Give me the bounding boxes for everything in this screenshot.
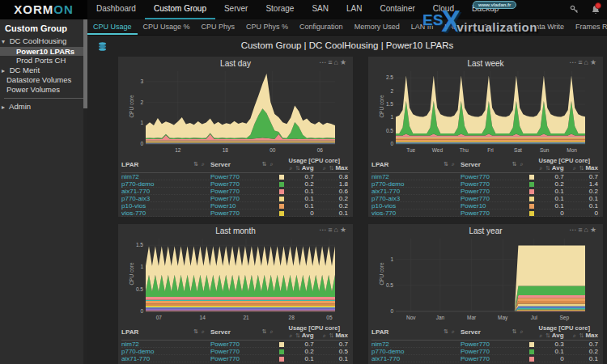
lpar-link[interactable]: vios-770 <box>371 210 396 217</box>
chevron-right-icon[interactable]: ▸ <box>2 103 7 112</box>
sub-nav-item-lan-in[interactable]: LAN In <box>405 19 439 35</box>
lpar-link[interactable]: p10-vios <box>371 202 396 210</box>
server-link[interactable]: Power770 <box>210 341 240 348</box>
column-header-max[interactable]: ⌕ ⇅ Max <box>316 164 350 171</box>
column-header-max[interactable]: ⌕ ⇅ Max <box>566 332 600 339</box>
server-link[interactable]: Power10 <box>461 202 486 210</box>
sort-icon[interactable]: ⇅ <box>512 161 518 167</box>
column-header-lpar[interactable]: LPAR⇅ ⌕ <box>371 157 461 171</box>
lpar-link[interactable]: p770-demo <box>371 180 404 188</box>
server-link[interactable]: Power770 <box>210 173 240 180</box>
sub-nav-item-data-write[interactable]: Data Write <box>524 19 570 35</box>
sub-nav-item-data-read[interactable]: Data Read <box>478 19 524 35</box>
column-header-server[interactable]: Server⇅ ⌕ <box>210 324 279 339</box>
search-icon[interactable]: ⌕ <box>518 161 524 167</box>
search-icon[interactable]: ⌕ <box>449 161 456 167</box>
sub-nav-item-cpu-usage[interactable]: CPU Usage <box>87 19 138 35</box>
column-header-avg[interactable]: ⌕ ⇅ Avg <box>279 332 316 339</box>
lpar-link[interactable]: aix71-770 <box>371 188 400 195</box>
search-icon[interactable]: ⌕ <box>449 328 456 334</box>
stacked-area-chart[interactable]: 00.51NovJanMarMayJulSep <box>378 237 590 321</box>
top-nav-item-lan[interactable]: LAN <box>337 0 371 19</box>
sidebar-item-datastore-volumes[interactable]: Datastore Volumes <box>0 75 87 85</box>
server-link[interactable]: Power770 <box>210 195 240 202</box>
column-header-avg[interactable]: ⌕ ⇅ Avg <box>529 332 566 339</box>
sub-nav-item-memory-used[interactable]: Memory Used <box>349 19 405 35</box>
key-icon[interactable] <box>570 5 579 14</box>
sub-nav-item-configuration[interactable]: Configuration <box>294 19 349 35</box>
top-nav-item-server[interactable]: Server <box>215 0 257 19</box>
panel-home-icon[interactable]: ⌂ <box>584 58 589 66</box>
top-nav-item-storage[interactable]: Storage <box>257 0 303 19</box>
sort-icon[interactable]: ⇅ <box>262 328 268 334</box>
lpar-link[interactable]: aix71-770 <box>371 355 400 362</box>
server-link[interactable]: Power770 <box>461 180 490 188</box>
server-link[interactable]: Power770 <box>210 348 240 355</box>
panel-menu-icon[interactable]: ⋯ <box>319 226 328 234</box>
column-header-max[interactable]: ⌕ ⇅ Max <box>566 164 600 171</box>
column-header-server[interactable]: Server⇅ ⌕ <box>461 324 529 339</box>
stacked-area-chart[interactable]: 012312180006 <box>128 70 340 154</box>
lpar-link[interactable]: nim72 <box>121 173 139 180</box>
sub-nav-item-cpu-phys[interactable]: CPU Phys % <box>240 19 294 35</box>
server-link[interactable]: Power770 <box>461 188 490 195</box>
server-link[interactable]: Power770 <box>461 195 490 202</box>
lpar-link[interactable]: aix71-770 <box>121 355 150 362</box>
server-link[interactable]: Power770 <box>461 173 490 180</box>
panel-home-icon[interactable]: ⌂ <box>333 226 339 234</box>
sort-icon[interactable]: ⇅ <box>262 161 268 167</box>
chevron-right-icon[interactable]: ▸ <box>2 66 7 76</box>
top-nav-item-container[interactable]: Container <box>371 0 423 19</box>
lpar-link[interactable]: aix71-770 <box>121 188 150 195</box>
server-link[interactable]: Power770 <box>461 210 490 217</box>
sidebar-item-admin[interactable]: ▸ Admin <box>0 102 87 112</box>
sidebar-item-power10-lpars[interactable]: Power10 LPARs <box>0 47 87 57</box>
top-nav-item-dashboard[interactable]: Dashboard <box>87 0 145 19</box>
panel-home-icon[interactable]: ⌂ <box>584 226 589 234</box>
top-nav-item-san[interactable]: SAN <box>303 0 337 19</box>
search-icon[interactable]: ⌕ <box>199 161 206 167</box>
server-link[interactable]: Power770 <box>210 210 240 217</box>
sub-nav-item-lan-out[interactable]: LAN Out <box>439 19 478 35</box>
lpar-link[interactable]: nim72 <box>371 173 389 180</box>
lpar-link[interactable]: p10-vios <box>121 202 146 210</box>
top-nav-item-backup[interactable]: Backup <box>463 0 507 19</box>
sub-nav-item-frames-read[interactable]: Frames Read <box>570 19 607 35</box>
column-header-avg[interactable]: ⌕ ⇅ Avg <box>279 164 316 171</box>
chevron-down-icon[interactable]: ▾ <box>2 37 7 47</box>
lpar-link[interactable]: p770-aix3 <box>371 195 400 202</box>
panel-menu-icon[interactable]: ⋯ <box>569 58 578 66</box>
lpar-link[interactable]: p770-demo <box>371 348 404 355</box>
sidebar-item-dc-coolhousing[interactable]: ▾ DC CoolHousing <box>0 36 87 47</box>
lpar-link[interactable]: p770-demo <box>121 348 154 355</box>
lpar-link[interactable]: p770-aix3 <box>121 195 150 202</box>
column-header-server[interactable]: Server⇅ ⌕ <box>210 157 279 171</box>
server-link[interactable]: Power770 <box>210 180 240 188</box>
server-link[interactable]: Power770 <box>210 188 240 195</box>
column-header-server[interactable]: Server⇅ ⌕ <box>461 157 529 171</box>
lpar-link[interactable]: vios-770 <box>121 210 146 217</box>
search-icon[interactable]: ⌕ <box>518 328 524 334</box>
server-link[interactable]: Power770 <box>461 355 490 362</box>
sidebar-item-prod-ports-ch[interactable]: Prod Ports CH <box>0 56 87 66</box>
search-icon[interactable]: ⌕ <box>268 161 274 167</box>
server-link[interactable]: Power770 <box>461 348 490 355</box>
column-header-avg[interactable]: ⌕ ⇅ Avg <box>529 164 566 171</box>
panel-home-icon[interactable]: ⌂ <box>333 58 339 66</box>
panel-favorite-icon[interactable]: ★ <box>340 226 348 234</box>
column-header-lpar[interactable]: LPAR⇅ ⌕ <box>121 157 210 171</box>
panel-favorite-icon[interactable]: ★ <box>340 58 348 66</box>
sub-nav-item-cpu-phys[interactable]: CPU Phys <box>196 19 241 35</box>
notifications-bell-icon[interactable] <box>591 4 601 19</box>
column-header-max[interactable]: ⌕ ⇅ Max <box>316 332 350 339</box>
server-link[interactable]: Power10 <box>210 202 236 210</box>
column-header-lpar[interactable]: LPAR⇅ ⌕ <box>121 324 210 339</box>
server-link[interactable]: Power770 <box>210 355 240 362</box>
stacked-area-chart[interactable]: 00.511.522.5TueWedThuFriSatSunMon <box>378 70 590 154</box>
lpar-link[interactable]: p770-demo <box>121 180 154 188</box>
search-icon[interactable]: ⌕ <box>199 328 206 334</box>
panel-menu-icon[interactable]: ⋯ <box>569 226 578 234</box>
lpar-link[interactable]: nim72 <box>121 341 139 348</box>
lpar-link[interactable]: nim72 <box>371 341 389 348</box>
column-header-lpar[interactable]: LPAR⇅ ⌕ <box>371 324 461 339</box>
